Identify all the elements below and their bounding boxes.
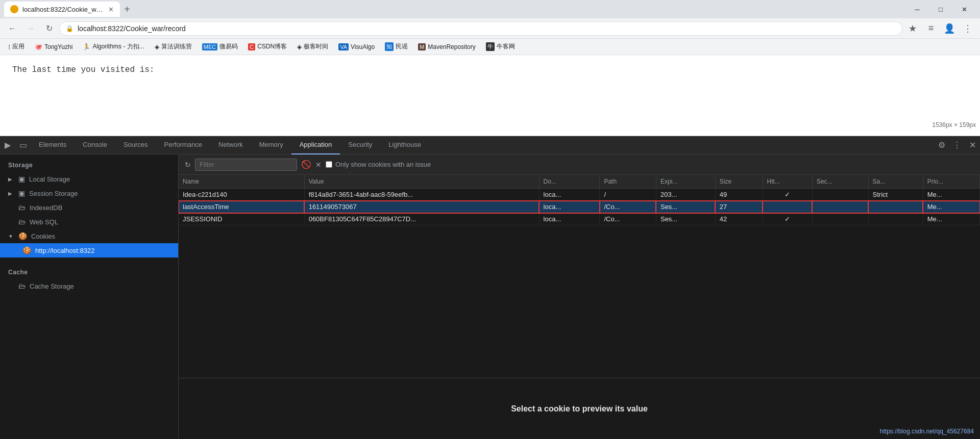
maximize-button[interactable]: □ bbox=[929, 2, 952, 17]
table-header-row: Name Value Do... Path Expi... Size Htt..… bbox=[179, 175, 980, 189]
table-row[interactable]: Idea-c221d140f814a8d7-3651-4abf-aac8-59e… bbox=[179, 189, 980, 201]
reload-button[interactable]: ↻ bbox=[41, 20, 57, 37]
cookies-label: Cookies bbox=[31, 233, 55, 240]
col-name[interactable]: Name bbox=[179, 175, 304, 189]
tab-console[interactable]: Console bbox=[75, 136, 115, 154]
col-domain[interactable]: Do... bbox=[539, 175, 600, 189]
minimize-button[interactable]: ─ bbox=[905, 2, 929, 17]
table-row[interactable]: JSESSIONID060BF81305C647F85C28947C7D...l… bbox=[179, 213, 980, 225]
bookmark-apps[interactable]: ⁝ 应用 bbox=[4, 41, 29, 52]
table-cell bbox=[812, 189, 868, 201]
col-expires[interactable]: Expi... bbox=[656, 175, 715, 189]
cookie-table: Name Value Do... Path Expi... Size Htt..… bbox=[179, 175, 980, 378]
col-priority[interactable]: Prio... bbox=[923, 175, 979, 189]
table-cell: 1611490573067 bbox=[304, 201, 539, 213]
col-size[interactable]: Size bbox=[715, 175, 763, 189]
bookmark-maven[interactable]: M MavenRepository bbox=[414, 42, 480, 51]
table-cell: Me... bbox=[923, 213, 979, 225]
bookmark-tongyuzhi[interactable]: 🐙 TongYuzhi bbox=[31, 42, 77, 51]
issues-filter-checkbox-container[interactable]: Only show cookies with an issue bbox=[326, 161, 431, 168]
browser-menu-icon[interactable]: ≡ bbox=[923, 20, 939, 37]
sidebar-item-websql[interactable]: 🗁 Web SQL bbox=[0, 215, 178, 229]
table-cell: loca... bbox=[539, 213, 600, 225]
tab-sources[interactable]: Sources bbox=[115, 136, 156, 154]
table-cell: 49 bbox=[715, 189, 763, 201]
col-value[interactable]: Value bbox=[304, 175, 539, 189]
tab-lighthouse[interactable]: Lighthouse bbox=[380, 136, 429, 154]
algo-icon: 🏃 bbox=[83, 43, 90, 50]
local-storage-icon: ▣ bbox=[18, 175, 25, 183]
bookmark-algorithms[interactable]: 🏃 Algorithms - 力扣... bbox=[79, 41, 148, 52]
table-cell: Ses... bbox=[656, 201, 715, 213]
bookmark-visusalgo[interactable]: VA VisuAlgo bbox=[334, 42, 379, 51]
extensions-icon[interactable]: ⋮ bbox=[960, 20, 976, 37]
storage-section-header: Storage bbox=[0, 159, 178, 172]
account-icon[interactable]: 👤 bbox=[941, 20, 958, 37]
table-cell: 27 bbox=[715, 201, 763, 213]
sidebar-item-localhost[interactable]: 🍪 http://localhost:8322 bbox=[0, 243, 178, 257]
clear-filter-icon[interactable]: ✕ bbox=[315, 161, 322, 169]
devtools-more-icon[interactable]: ⋮ bbox=[949, 138, 965, 153]
tab-elements[interactable]: Elements bbox=[31, 136, 75, 154]
table-cell bbox=[868, 201, 923, 213]
tab-network[interactable]: Network bbox=[210, 136, 251, 154]
table-cell: Strict bbox=[868, 189, 923, 201]
bookmark-mec[interactable]: MEC 微易码 bbox=[198, 41, 242, 52]
tab-title: localhost:8322/Cookie_war/re... bbox=[22, 6, 104, 13]
bookmark-training[interactable]: ◈ 算法训练营 bbox=[151, 41, 196, 52]
indexeddb-icon: 🗁 bbox=[18, 203, 26, 212]
tab-favicon bbox=[10, 5, 18, 13]
tab-security[interactable]: Security bbox=[340, 136, 380, 154]
bookmark-star-icon[interactable]: ★ bbox=[904, 20, 921, 37]
footer-link[interactable]: https://blog.csdn.net/qq_45627684 bbox=[880, 428, 974, 435]
filter-input[interactable] bbox=[195, 159, 297, 171]
col-httponly[interactable]: Htt... bbox=[763, 175, 812, 189]
address-bar[interactable]: 🔒 localhost:8322/Cookie_war/record bbox=[59, 21, 902, 36]
forward-button[interactable]: → bbox=[22, 20, 39, 37]
tab-memory[interactable]: Memory bbox=[251, 136, 291, 154]
col-path[interactable]: Path bbox=[600, 175, 656, 189]
maven-icon: M bbox=[418, 43, 426, 50]
tab-performance[interactable]: Performance bbox=[156, 136, 210, 154]
bookmark-csdn[interactable]: C CSDN博客 bbox=[244, 41, 291, 52]
table-cell: ✓ bbox=[763, 213, 812, 225]
close-tab-icon[interactable]: ✕ bbox=[108, 6, 114, 13]
expand-arrow-icon: ▶ bbox=[8, 176, 14, 182]
address-text: localhost:8322/Cookie_war/record bbox=[78, 24, 896, 33]
issues-filter-checkbox[interactable] bbox=[326, 161, 332, 168]
col-samesite[interactable]: Sa... bbox=[868, 175, 923, 189]
table-row[interactable]: lastAccessTime1611490573067loca.../Co...… bbox=[179, 201, 980, 213]
sidebar-item-cookies[interactable]: ▼ 🍪 Cookies bbox=[0, 229, 178, 243]
sidebar-item-cache-storage[interactable]: 🗁 Cache Storage bbox=[0, 279, 178, 293]
page-text: The last time you visited is: bbox=[12, 65, 154, 74]
bottom-panel-text: Select a cookie to preview its value bbox=[511, 404, 648, 414]
back-button[interactable]: ← bbox=[4, 20, 20, 37]
training-icon: ◈ bbox=[155, 43, 159, 50]
sidebar-item-indexeddb[interactable]: 🗁 IndexedDB bbox=[0, 200, 178, 215]
sidebar-item-session-storage[interactable]: ▶ ▣ Session Storage bbox=[0, 186, 178, 200]
bookmark-geek[interactable]: ◈ 极客时间 bbox=[293, 41, 332, 52]
bookmark-minyao[interactable]: 知 民谣 bbox=[381, 41, 412, 52]
block-icon[interactable]: 🚫 bbox=[301, 160, 311, 169]
devtools-close-icon[interactable]: ✕ bbox=[965, 138, 980, 153]
tab-application[interactable]: Application bbox=[291, 136, 340, 154]
close-button[interactable]: ✕ bbox=[952, 2, 976, 17]
nowcoder-icon: 牛 bbox=[486, 42, 495, 51]
table-cell: 42 bbox=[715, 213, 763, 225]
sidebar-item-local-storage[interactable]: ▶ ▣ Local Storage bbox=[0, 172, 178, 186]
table-cell bbox=[812, 213, 868, 225]
mec-icon: MEC bbox=[202, 43, 217, 50]
browser-tab[interactable]: localhost:8322/Cookie_war/re... ✕ bbox=[4, 2, 120, 17]
table-cell: Me... bbox=[923, 201, 979, 213]
bookmark-nowcoder[interactable]: 牛 牛客网 bbox=[482, 41, 519, 52]
devtools-settings-icon[interactable]: ⚙ bbox=[934, 138, 949, 153]
devtools-icon-responsive[interactable]: ▭ bbox=[15, 138, 31, 153]
new-tab-button[interactable]: + bbox=[120, 2, 134, 16]
websql-icon: 🗁 bbox=[18, 218, 26, 226]
devtools-icon-inspect[interactable]: ▶ bbox=[0, 138, 15, 153]
table-cell bbox=[812, 201, 868, 213]
csdn-icon: C bbox=[248, 43, 255, 50]
refresh-icon[interactable]: ↻ bbox=[185, 161, 191, 169]
col-secure[interactable]: Sec... bbox=[812, 175, 868, 189]
session-storage-label: Session Storage bbox=[29, 190, 78, 197]
